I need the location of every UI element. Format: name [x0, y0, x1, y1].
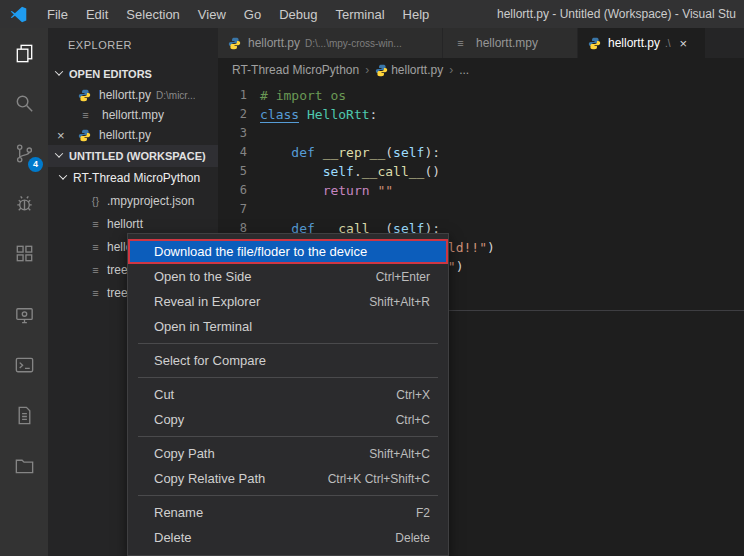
- python-file-icon: [78, 89, 92, 102]
- folder-label: RT-Thread MicroPython: [73, 171, 200, 185]
- open-editor-label: hellortt.py: [99, 128, 151, 142]
- line-number: 2: [218, 105, 260, 124]
- code-line[interactable]: 5 self.__call__(): [218, 162, 744, 181]
- line-number: 5: [218, 162, 260, 181]
- menu-item-shortcut: Ctrl+X: [396, 388, 430, 402]
- context-menu-item[interactable]: CopyCtrl+C: [128, 407, 448, 432]
- explorer-icon[interactable]: [0, 28, 48, 78]
- menu-bar: FileEditSelectionViewGoDebugTerminalHelp: [38, 7, 438, 22]
- line-number: 1: [218, 86, 260, 105]
- menu-separator: [138, 495, 438, 496]
- open-editor-hellortt-mpy[interactable]: ≡ hellortt.mpy: [48, 105, 218, 125]
- device-monitor-icon[interactable]: [0, 290, 48, 340]
- menu-item-label: Rename: [154, 505, 400, 520]
- line-number: 7: [218, 200, 260, 219]
- vscode-logo-icon: [10, 6, 27, 23]
- scm-badge: 4: [28, 157, 43, 172]
- tab-bar: hellortt.py D:\...\mpy-cross-win... ≡ he…: [218, 28, 744, 58]
- code-line[interactable]: 4 def __repr__(self):: [218, 143, 744, 162]
- menu-item-label: Reveal in Explorer: [154, 294, 353, 309]
- output-file-icon[interactable]: [0, 390, 48, 440]
- menubar-item-edit[interactable]: Edit: [77, 7, 117, 22]
- tab-hellortt-mpy[interactable]: ≡ hellortt.mpy: [443, 28, 578, 58]
- tab-hellortt-py-mpy-cross[interactable]: hellortt.py D:\...\mpy-cross-win...: [218, 28, 443, 58]
- file-hellortt[interactable]: ≡ hellortt: [48, 212, 218, 235]
- vscode-window: FileEditSelectionViewGoDebugTerminalHelp…: [0, 0, 744, 556]
- menubar-item-file[interactable]: File: [38, 7, 77, 22]
- file-mpyproject-json[interactable]: {} .mpyproject.json: [48, 189, 218, 212]
- chevron-down-icon: [59, 171, 67, 179]
- menu-item-label: Delete: [154, 530, 379, 545]
- workspace-label: UNTITLED (WORKSPACE): [69, 150, 206, 162]
- line-number: 3: [218, 124, 260, 143]
- tab-hellortt-py-active[interactable]: hellortt.py .\ ×: [578, 28, 706, 58]
- code-line[interactable]: 7: [218, 200, 744, 219]
- terminal-icon[interactable]: [0, 340, 48, 390]
- tab-label: hellortt.py: [248, 36, 300, 50]
- menubar-item-view[interactable]: View: [189, 7, 235, 22]
- chevron-right-icon: ›: [449, 63, 453, 77]
- menu-item-shortcut: F2: [416, 506, 430, 520]
- open-editor-hellortt-py[interactable]: hellortt.py D:\micr...: [48, 85, 218, 105]
- code-line[interactable]: 3: [218, 124, 744, 143]
- menubar-item-help[interactable]: Help: [394, 7, 439, 22]
- menu-item-label: Open in Terminal: [154, 319, 414, 334]
- menubar-item-selection[interactable]: Selection: [117, 7, 188, 22]
- context-menu-item[interactable]: RenameF2: [128, 500, 448, 525]
- code-text: self.__call__(): [260, 162, 440, 181]
- code-line[interactable]: 6 return "": [218, 181, 744, 200]
- menu-item-shortcut: Shift+Alt+R: [369, 295, 430, 309]
- breadcrumb-item-symbol[interactable]: ...: [459, 63, 469, 77]
- menu-item-shortcut: Delete: [395, 531, 430, 545]
- open-editor-hellortt-py-active[interactable]: × hellortt.py: [48, 125, 218, 145]
- extensions-icon[interactable]: [0, 228, 48, 278]
- file-label: hellortt: [107, 217, 143, 231]
- context-menu-item[interactable]: Copy Relative PathCtrl+K Ctrl+Shift+C: [128, 466, 448, 491]
- menu-item-label: Copy Path: [154, 446, 353, 461]
- open-editors-header[interactable]: OPEN EDITORS: [48, 63, 218, 85]
- workspace-header[interactable]: UNTITLED (WORKSPACE): [48, 145, 218, 167]
- debug-icon[interactable]: [0, 178, 48, 228]
- python-file-icon: [228, 37, 242, 50]
- context-menu-item[interactable]: Download the file/floder to the device: [128, 239, 448, 264]
- menubar-item-terminal[interactable]: Terminal: [326, 7, 393, 22]
- context-menu-item[interactable]: Open to the SideCtrl+Enter: [128, 264, 448, 289]
- open-editor-label: hellortt.py: [99, 88, 151, 102]
- context-menu-item[interactable]: Select for Compare: [128, 348, 448, 373]
- code-line[interactable]: 1# import os: [218, 86, 744, 105]
- menu-separator: [138, 343, 438, 344]
- menu-item-label: Copy: [154, 412, 380, 427]
- close-icon[interactable]: ×: [57, 128, 65, 143]
- activity-bar: 4: [0, 28, 48, 556]
- json-icon: {}: [88, 195, 103, 207]
- menubar-item-debug[interactable]: Debug: [270, 7, 326, 22]
- mpy-file-icon: ≡: [78, 109, 93, 121]
- window-title: hellortt.py - Untitled (Workspace) - Vis…: [497, 0, 744, 28]
- code-text: def __repr__(self):: [260, 143, 440, 162]
- breadcrumb-item-file[interactable]: hellortt.py: [391, 63, 443, 77]
- line-number: 4: [218, 143, 260, 162]
- file-label: .mpyproject.json: [107, 194, 194, 208]
- context-menu: Download the file/floder to the deviceOp…: [127, 233, 449, 556]
- tab-detail: .\: [665, 38, 671, 49]
- menu-item-label: Open to the Side: [154, 269, 360, 284]
- menu-item-label: Copy Relative Path: [154, 471, 312, 486]
- context-menu-item[interactable]: CutCtrl+X: [128, 382, 448, 407]
- close-icon[interactable]: ×: [680, 36, 688, 51]
- chevron-down-icon: [55, 149, 63, 157]
- source-control-icon[interactable]: 4: [0, 128, 48, 178]
- chevron-right-icon: ›: [365, 63, 369, 77]
- title-bar: FileEditSelectionViewGoDebugTerminalHelp…: [0, 0, 744, 28]
- search-icon[interactable]: [0, 78, 48, 128]
- folder-rt-thread-micropython[interactable]: RT-Thread MicroPython: [48, 167, 218, 189]
- context-menu-item[interactable]: Reveal in ExplorerShift+Alt+R: [128, 289, 448, 314]
- menubar-item-go[interactable]: Go: [235, 7, 270, 22]
- menu-item-shortcut: Ctrl+K Ctrl+Shift+C: [328, 472, 430, 486]
- code-line[interactable]: 2class HelloRtt:: [218, 105, 744, 124]
- breadcrumb-item-folder[interactable]: RT-Thread MicroPython: [232, 63, 359, 77]
- context-menu-item[interactable]: Open in Terminal: [128, 314, 448, 339]
- context-menu-item[interactable]: Copy PathShift+Alt+C: [128, 441, 448, 466]
- context-menu-item[interactable]: DeleteDelete: [128, 525, 448, 550]
- menu-item-shortcut: Ctrl+C: [396, 413, 430, 427]
- folder-icon[interactable]: [0, 440, 48, 490]
